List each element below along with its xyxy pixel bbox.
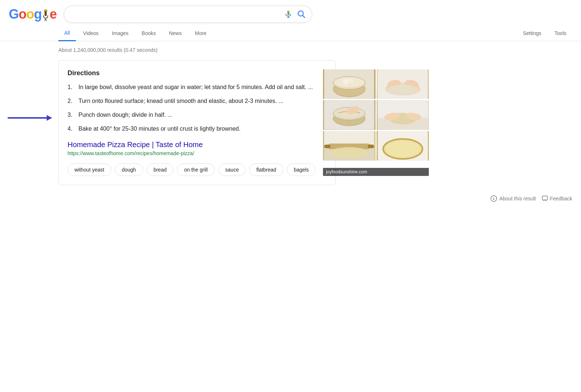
logo-letter-o2: o [26, 7, 34, 22]
settings-link[interactable]: Settings [517, 26, 547, 41]
chip-bread[interactable]: bread [147, 164, 174, 176]
tab-books[interactable]: Books [136, 26, 162, 41]
svg-rect-4 [44, 9, 47, 11]
search-icon[interactable] [297, 10, 306, 19]
logo-letter-g1: G [9, 7, 19, 22]
tab-all[interactable]: All [58, 26, 76, 41]
step-number: 3. [68, 111, 75, 119]
chip-dough[interactable]: dough [115, 164, 143, 176]
chip-on-the-grill[interactable]: on the grill [177, 164, 215, 176]
svg-rect-43 [493, 198, 494, 200]
svg-point-14 [343, 78, 349, 84]
about-result[interactable]: About this result [490, 195, 536, 202]
arrow-line [8, 117, 51, 119]
image-cell [377, 69, 429, 99]
step-text: Turn onto floured surface; knead until s… [78, 97, 284, 105]
search-input[interactable]: how to make pizza [70, 11, 280, 18]
svg-point-15 [349, 78, 353, 83]
search-bar[interactable]: how to make pizza [64, 6, 312, 23]
image-grid [323, 69, 429, 161]
svg-point-36 [330, 147, 369, 158]
featured-snippet: Directions 1. In large bowl, dissolve ye… [58, 60, 336, 185]
step-number: 4. [68, 124, 75, 133]
image-cell [323, 131, 376, 161]
feedback-label: Feedback [550, 196, 572, 201]
result-url: https://www.tasteofhome.com/recipes/home… [68, 150, 316, 156]
feedback-icon [542, 196, 548, 201]
image-cell [323, 100, 376, 130]
logo-letter-g2: g [34, 7, 42, 22]
mic-icon[interactable] [284, 10, 293, 19]
chip-bagels[interactable]: bagels [287, 164, 316, 176]
tab-more[interactable]: More [189, 26, 212, 41]
snippet-images[interactable]: joyfoodsunshine.com [323, 69, 429, 176]
related-chips: without yeast dough bread on the grill s… [68, 162, 316, 176]
result-link-title[interactable]: Homemade Pizza Recipe | Taste of Home [68, 141, 316, 149]
list-item: 2. Turn onto floured surface; knead unti… [68, 97, 316, 105]
svg-point-39 [385, 140, 420, 157]
tools-link[interactable]: Tools [549, 26, 572, 41]
nav-settings: Settings Tools [517, 26, 572, 41]
arrow-annotation [8, 117, 51, 119]
google-logo[interactable]: G o o g e [9, 7, 57, 22]
step-number: 2. [68, 97, 75, 105]
results-area: About 1,240,000,000 results (0.47 second… [0, 41, 581, 191]
list-item: 4. Bake at 400° for 25-30 minutes or unt… [68, 124, 316, 133]
image-cell [377, 100, 429, 130]
image-source: joyfoodsunshine.com [323, 168, 429, 176]
svg-rect-35 [368, 145, 374, 148]
search-icons [284, 10, 306, 19]
tab-videos[interactable]: Videos [77, 26, 105, 41]
list-item: 3. Punch down dough; divide in half. ... [68, 111, 316, 119]
tab-images[interactable]: Images [106, 26, 134, 41]
svg-rect-0 [45, 11, 47, 16]
step-text: In large bowl, dissolve yeast and sugar … [78, 83, 313, 92]
svg-rect-2 [44, 20, 47, 20]
nav-tabs: All Videos Images Books News More Settin… [0, 26, 581, 41]
feedback-button[interactable]: Feedback [542, 196, 572, 201]
list-item: 1. In large bowl, dissolve yeast and sug… [68, 83, 316, 92]
footer: About this result Feedback [0, 191, 581, 206]
step-number: 1. [68, 83, 75, 92]
chip-without-yeast[interactable]: without yeast [68, 164, 111, 176]
snippet-content: Directions 1. In large bowl, dissolve ye… [68, 69, 316, 176]
svg-point-13 [334, 77, 364, 87]
about-result-label: About this result [499, 196, 536, 201]
image-cell [377, 131, 429, 161]
chip-sauce[interactable]: sauce [218, 164, 246, 176]
logo-letter-e: e [50, 7, 57, 22]
directions-list: 1. In large bowl, dissolve yeast and sug… [68, 83, 316, 133]
snippet-inner: Directions 1. In large bowl, dissolve ye… [68, 69, 327, 176]
logo-letter-o1: o [19, 7, 26, 22]
tab-news[interactable]: News [163, 26, 188, 41]
results-count: About 1,240,000,000 results (0.47 second… [58, 47, 572, 53]
info-icon [490, 195, 497, 202]
svg-point-20 [388, 85, 417, 93]
header: G o o g e how to make pizza [0, 0, 581, 23]
svg-rect-44 [542, 196, 547, 200]
svg-line-9 [303, 16, 305, 18]
logo-doodle [42, 8, 50, 22]
step-text: Punch down dough; divide in half. ... [78, 111, 172, 119]
svg-rect-1 [45, 18, 46, 20]
image-cell [323, 69, 376, 99]
svg-rect-34 [324, 145, 331, 148]
chip-flatbread[interactable]: flatbread [249, 164, 283, 176]
step-text: Bake at 400° for 25-30 minutes or until … [78, 124, 241, 133]
svg-rect-5 [287, 11, 289, 15]
snippet-title: Directions [68, 69, 316, 77]
svg-point-42 [493, 197, 494, 198]
